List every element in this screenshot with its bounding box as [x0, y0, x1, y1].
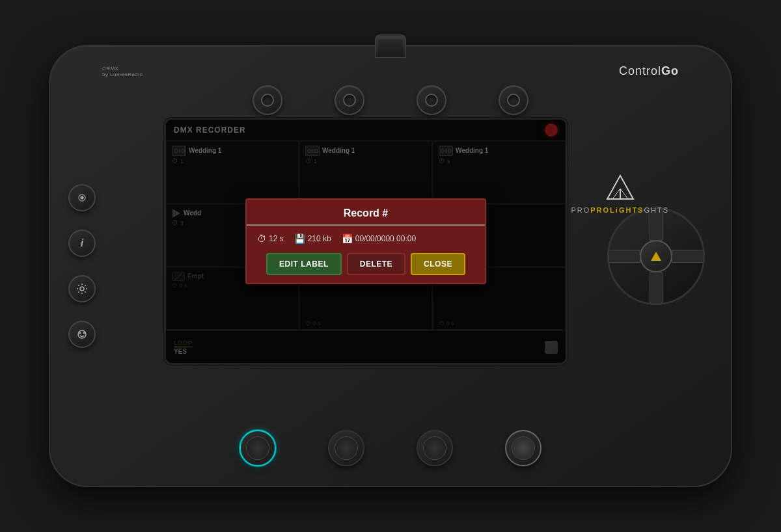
bottom-knob-2[interactable] — [328, 430, 364, 466]
top-button-2[interactable] — [335, 85, 364, 115]
svg-point-2 — [80, 287, 84, 291]
circle-icon — [77, 193, 87, 203]
knob-inner-2 — [335, 436, 358, 460]
size-value: 210 kb — [308, 234, 331, 243]
nav-wheel[interactable] — [607, 207, 705, 305]
svg-line-8 — [612, 189, 620, 199]
svg-point-4 — [79, 332, 81, 334]
left-buttons-column: i — [68, 184, 96, 348]
delete-button[interactable]: DELETE — [347, 253, 405, 275]
svg-point-5 — [83, 332, 85, 334]
nav-center-button[interactable] — [640, 240, 672, 273]
crmx-subtext: by LumenRadio — [102, 72, 143, 77]
duration-info: ⏱ 12 s — [257, 233, 284, 244]
knob-inner-1 — [246, 436, 269, 460]
close-button[interactable]: CLOSE — [411, 253, 465, 275]
left-button-record[interactable] — [68, 184, 96, 211]
gear-icon — [76, 283, 88, 295]
duration-value: 12 s — [269, 234, 284, 243]
prolights-brand-text: PROPROLiGHTSGHTS — [571, 206, 669, 214]
left-button-settings[interactable] — [68, 275, 96, 302]
date-value: 00/00/0000 00:00 — [355, 234, 416, 243]
size-icon: 💾 — [294, 233, 305, 244]
modal-header: Record # — [247, 200, 485, 226]
modal-info-row: ⏱ 12 s 💾 210 kb 📅 00/00/0000 00:00 — [257, 233, 474, 244]
nav-left[interactable] — [608, 250, 640, 263]
knob-inner-3 — [423, 436, 446, 460]
modal-dialog: Record # ⏱ 12 s 💾 210 kb — [245, 198, 486, 284]
top-button-3[interactable] — [417, 85, 446, 115]
top-knob[interactable] — [375, 34, 406, 58]
knob-inner-4 — [512, 436, 535, 460]
nav-arrow-icon — [651, 252, 661, 261]
left-button-palette[interactable] — [68, 321, 96, 348]
bottom-buttons-row — [240, 430, 541, 466]
device-body: CRMX by LumenRadio ControlGo i — [49, 45, 732, 487]
svg-line-9 — [620, 189, 628, 199]
control-text: Control — [619, 64, 661, 77]
go-text: Go — [661, 64, 679, 77]
nav-down[interactable] — [650, 272, 663, 304]
date-info: 📅 00/00/0000 00:00 — [342, 233, 416, 244]
nav-right[interactable] — [672, 250, 704, 263]
brand-crmx-label: CRMX by LumenRadio — [102, 66, 143, 77]
screen: DMX RECORDER — [166, 120, 566, 363]
date-icon: 📅 — [342, 233, 353, 244]
modal-overlay: Record # ⏱ 12 s 💾 210 kb — [166, 120, 566, 363]
prolights-triangle-icon — [606, 174, 635, 200]
top-button-4[interactable] — [499, 85, 528, 115]
duration-icon: ⏱ — [257, 233, 266, 244]
palette-icon — [76, 328, 88, 340]
modal-title: Record # — [257, 207, 474, 219]
modal-body: ⏱ 12 s 💾 210 kb 📅 00/00/0000 00:00 — [247, 226, 485, 283]
prolights-logo: PROPROLiGHTSGHTS — [571, 174, 669, 214]
left-button-info[interactable]: i — [68, 230, 96, 257]
size-info: 💾 210 kb — [294, 233, 331, 244]
screen-wrapper: DMX RECORDER — [164, 118, 568, 365]
bottom-knob-1[interactable] — [240, 430, 276, 466]
device-container: CRMX by LumenRadio ControlGo i — [33, 22, 748, 510]
modal-buttons-row: EDIT LABEL DELETE CLOSE — [257, 253, 474, 275]
brand-controlgo-label: ControlGo — [619, 64, 679, 78]
top-buttons-row — [253, 85, 528, 115]
svg-point-1 — [81, 196, 84, 200]
bottom-knob-3[interactable] — [417, 430, 453, 466]
crmx-text: CRMX — [102, 66, 143, 72]
bottom-knob-4[interactable] — [505, 430, 541, 466]
nav-wheel-container: PROPROLiGHTSGHTS — [607, 207, 705, 305]
top-button-1[interactable] — [253, 85, 282, 115]
info-icon: i — [81, 237, 83, 249]
edit-label-button[interactable]: EDIT LABEL — [266, 253, 342, 275]
